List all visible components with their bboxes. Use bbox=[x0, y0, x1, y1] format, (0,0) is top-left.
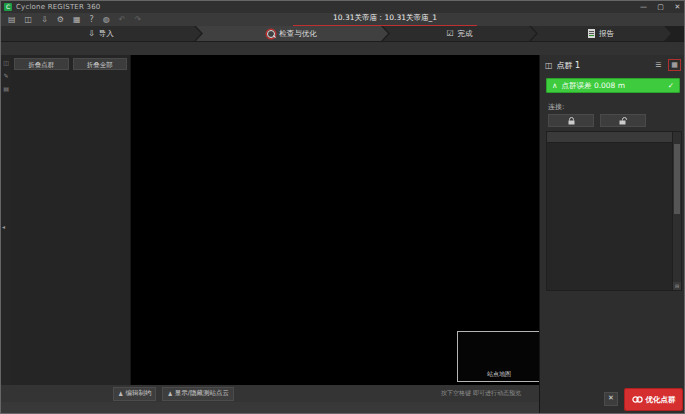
list-view-toggle-icon[interactable]: ☰ bbox=[652, 59, 665, 71]
close-button[interactable]: ✕ bbox=[669, 1, 685, 13]
strip-edit-icon[interactable]: ✎ bbox=[3, 72, 8, 79]
app-window: C Cyclone REGISTER 360 — ▢ ✕ ▤◫⇩⚙▦?◍↶↷ 1… bbox=[0, 0, 685, 414]
bundle-error-button[interactable]: ∧ 点群误差 0.008 m ✓ bbox=[546, 78, 680, 93]
left-icon-strip: ◫ ✎ ▤ bbox=[1, 55, 11, 385]
quick-access-icons: ▤◫⇩⚙▦?◍↶↷ bbox=[1, 13, 141, 26]
bundle-error-check: ✓ bbox=[668, 81, 674, 90]
links-table: ⊟ bbox=[546, 131, 682, 291]
navigation-hint: 按下空格键 即可进行动态预览 bbox=[441, 389, 521, 398]
minimize-button[interactable]: — bbox=[635, 1, 652, 13]
tab-report-label: 报告 bbox=[599, 29, 614, 39]
grid-view-toggle-icon[interactable]: ▦ bbox=[668, 59, 681, 71]
optimize-bundle-button[interactable]: 优化点群 bbox=[624, 388, 683, 411]
tab-review-optimize[interactable]: 检查与优化 bbox=[196, 26, 388, 41]
properties-panel: ◫ 点群 1 ☰ ▦ ∧ 点群误差 0.008 m ✓ 连接: bbox=[539, 55, 685, 385]
edit-constraint-button[interactable]: ♟ 编辑制约 bbox=[113, 387, 156, 401]
links-table-scrollbar[interactable]: ⊟ bbox=[672, 132, 681, 290]
links-table-header bbox=[547, 132, 681, 143]
scrollbar-end-icon[interactable]: ⊟ bbox=[673, 282, 681, 290]
sitemap-viewport[interactable]: 站点地图 bbox=[131, 55, 539, 385]
dismiss-button[interactable]: ✕ bbox=[604, 392, 618, 406]
help-icon[interactable]: ? bbox=[90, 13, 94, 26]
storage-icon[interactable]: ▦ bbox=[73, 13, 81, 26]
tab-report[interactable]: 报告 bbox=[531, 26, 671, 41]
tab-import[interactable]: ⇩导入 bbox=[1, 26, 201, 41]
optimize-bar: ✕ 优化点群 bbox=[539, 385, 685, 414]
strip-panel-icon[interactable]: ◫ bbox=[3, 59, 9, 66]
collapse-bundles-button[interactable]: 折叠点群 bbox=[14, 58, 69, 70]
save-icon[interactable]: ◫ bbox=[25, 13, 33, 26]
person-walk-icon: ♟ bbox=[167, 390, 172, 397]
bundle-icon: ◫ bbox=[545, 61, 553, 70]
tab-finalize[interactable]: ☑完成 bbox=[383, 26, 536, 41]
window-controls: — ▢ ✕ bbox=[635, 1, 685, 13]
collapse-sidebar-arrow[interactable]: ◂ bbox=[2, 223, 5, 230]
tab-finalize-icon: ☑ bbox=[446, 29, 453, 38]
unlock-icon bbox=[619, 117, 628, 125]
project-title: 10.31关帝庙：10.31关帝庙_1 bbox=[293, 13, 477, 27]
minimap-inset[interactable]: 站点地图 bbox=[457, 331, 541, 382]
lock-all-button[interactable] bbox=[548, 114, 594, 127]
minimap-label: 站点地图 bbox=[458, 370, 540, 379]
links-section-label: 连接: bbox=[540, 97, 685, 114]
info-icon[interactable]: ◍ bbox=[103, 13, 110, 26]
title-bar: C Cyclone REGISTER 360 — ▢ ✕ bbox=[1, 1, 685, 13]
chain-link-icon bbox=[632, 395, 643, 404]
maximize-button[interactable]: ▢ bbox=[652, 1, 669, 13]
settings-gear-icon[interactable]: ⚙ bbox=[57, 13, 64, 26]
report-page-icon bbox=[588, 29, 595, 38]
menu-toolbar: ▤◫⇩⚙▦?◍↶↷ 10.31关帝庙：10.31关帝庙_1 bbox=[1, 13, 685, 26]
viewport-bottom-bar: ♟ 编辑制约 ♟ 显示/隐藏测站点云 按下空格键 即可进行动态预览 bbox=[1, 385, 539, 402]
workflow-tab-bar: ⇩导入检查与优化☑完成报告 bbox=[1, 26, 685, 41]
status-strip bbox=[1, 402, 539, 414]
toggle-setup-clouds-button[interactable]: ♟ 显示/隐藏测站点云 bbox=[162, 387, 234, 401]
window-title: Cyclone REGISTER 360 bbox=[16, 3, 100, 11]
bundle-title: 点群 1 bbox=[557, 60, 581, 71]
collapse-all-button[interactable]: 折叠全部 bbox=[73, 58, 128, 70]
tab-review-optimize-label: 检查与优化 bbox=[279, 29, 317, 39]
undo-icon[interactable]: ↶ bbox=[119, 13, 126, 26]
strip-list-icon[interactable]: ▤ bbox=[3, 85, 9, 92]
scrollbar-thumb[interactable] bbox=[674, 144, 680, 214]
tab-finalize-label: 完成 bbox=[458, 29, 473, 39]
bundle-error-text: 点群误差 0.008 m bbox=[562, 81, 626, 91]
project-tree-sidebar: 折叠点群 折叠全部 bbox=[11, 55, 131, 385]
tab-import-icon: ⇩ bbox=[88, 29, 95, 38]
redo-icon[interactable]: ↷ bbox=[135, 13, 142, 26]
magnifier-icon bbox=[267, 30, 275, 38]
tab-import-label: 导入 bbox=[99, 29, 114, 39]
unlock-all-button[interactable] bbox=[600, 114, 646, 127]
lock-icon bbox=[568, 117, 575, 125]
bundle-error-icon: ∧ bbox=[552, 81, 558, 90]
import-icon[interactable]: ⇩ bbox=[41, 13, 48, 26]
open-project-icon[interactable]: ▤ bbox=[8, 13, 16, 26]
person-walk-icon: ♟ bbox=[118, 390, 123, 397]
app-logo-icon: C bbox=[4, 3, 12, 11]
